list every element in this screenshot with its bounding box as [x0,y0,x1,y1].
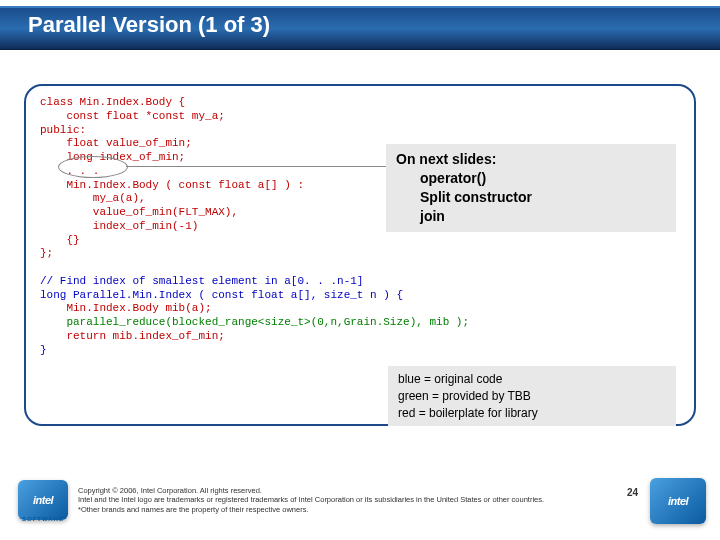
legend-line: red = boilerplate for library [398,405,666,422]
intel-software-logo: intel SOFTWARE [18,480,68,520]
copyright-line: Intel and the Intel logo are trademarks … [78,495,558,514]
intel-chip-icon: intel [650,478,706,524]
code-line: my_a(a), [40,192,146,204]
code-line: . . . [40,165,99,177]
legend-line: green = provided by TBB [398,388,666,405]
intel-chip-icon: intel [18,480,68,520]
code-line: value_of_min(FLT_MAX), [40,206,238,218]
code-line: public: [40,124,86,136]
code-line: long index_of_min; [40,151,185,163]
code-line: class Min.Index.Body { [40,96,185,108]
code-line: {} [40,234,80,246]
copyright-text: Copyright © 2006, Intel Corporation. All… [78,486,558,514]
intel-logo-text: intel [668,495,688,507]
code-line [40,316,66,328]
code-line: // Find index of smallest element in a[0… [40,275,363,287]
intel-logo: intel [650,478,706,524]
copyright-line: Copyright © 2006, Intel Corporation. All… [78,486,558,495]
callout-item: Split constructor [396,188,666,207]
intel-logo-text: intel [33,494,53,506]
code-line: Min.Index.Body mib(a); [40,302,212,314]
callout-box: On next slides: operator() Split constru… [386,144,676,232]
footer: intel SOFTWARE Copyright © 2006, Intel C… [0,474,720,530]
callout-item: join [396,207,666,226]
code-line: float value_of_min; [40,137,192,149]
software-label: SOFTWARE [18,516,68,522]
code-line: Min.Index.Body ( const float a[] ) : [40,179,304,191]
code-line: long Parallel.Min.Index ( const float a[… [40,289,403,301]
legend-line: blue = original code [398,371,666,388]
code-line: }; [40,247,53,259]
code-line: index_of_min(-1) [40,220,198,232]
callout-heading: On next slides: [396,150,666,169]
code-line: } [40,344,47,356]
code-line: parallel_reduce(blocked_range<size_t>(0,… [66,316,469,328]
slide-title: Parallel Version (1 of 3) [28,12,270,38]
legend-box: blue = original code green = provided by… [388,366,676,426]
callout-item: operator() [396,169,666,188]
code-line: return mib.index_of_min; [40,330,225,342]
code-line: const float *const my_a; [40,110,225,122]
code-container: class Min.Index.Body { const float *cons… [24,84,696,426]
page-number: 24 [627,487,638,498]
